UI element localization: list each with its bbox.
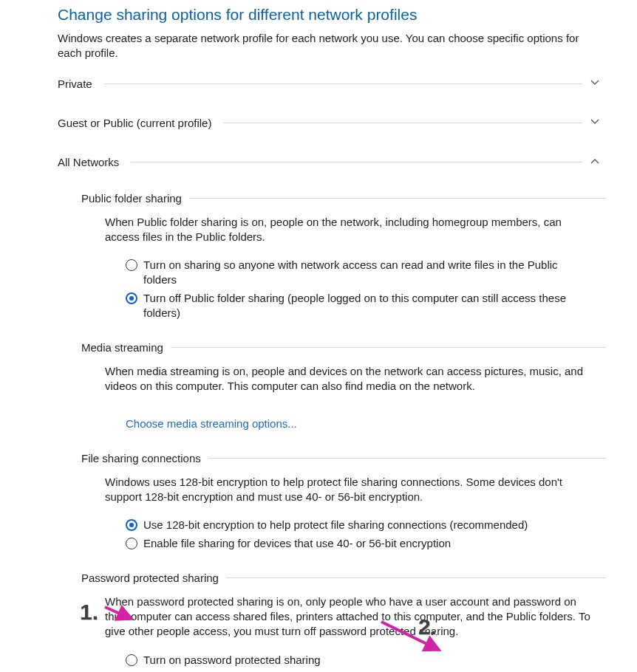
page-description: Windows creates a separate network profi… [58, 24, 637, 75]
divider [189, 198, 606, 199]
profile-private-label: Private [58, 78, 92, 90]
profile-guest-label: Guest or Public (current profile) [58, 117, 211, 129]
radio-label: Turn on sharing so anyone with network a… [143, 258, 593, 288]
radio-public-on[interactable]: Turn on sharing so anyone with network a… [126, 258, 593, 288]
profile-guest-public[interactable]: Guest or Public (current profile) [58, 114, 600, 132]
chevron-down-icon [590, 117, 600, 129]
section-desc: Windows uses 128-bit encryption to help … [105, 475, 593, 505]
section-title: File sharing connections [81, 452, 201, 464]
section-public-folder-sharing: Public folder sharing When Public folder… [81, 192, 637, 321]
section-title: Media streaming [81, 341, 163, 354]
section-password-sharing: Password protected sharing When password… [81, 572, 637, 672]
radio-public-off[interactable]: Turn off Public folder sharing (people l… [126, 291, 593, 321]
radio-icon [126, 654, 137, 666]
chevron-up-icon [590, 156, 600, 168]
radio-icon [126, 259, 137, 271]
section-media-streaming: Media streaming When media streaming is … [81, 341, 637, 431]
radio-label: Turn off Public folder sharing (people l… [143, 291, 593, 321]
section-desc: When media streaming is on, people and d… [105, 364, 593, 394]
profile-all-label: All Networks [58, 156, 119, 168]
radio-password-on[interactable]: Turn on password protected sharing [126, 653, 593, 668]
link-media-options[interactable]: Choose media streaming options... [126, 417, 297, 430]
radio-icon [126, 292, 137, 304]
divider [171, 347, 606, 348]
profile-private[interactable]: Private [58, 75, 600, 93]
section-title: Public folder sharing [81, 192, 182, 205]
section-desc: When password protected sharing is on, o… [105, 594, 593, 640]
radio-label: Turn on password protected sharing [143, 653, 593, 668]
radio-icon [126, 519, 137, 531]
chevron-down-icon [590, 78, 600, 90]
divider [104, 83, 582, 84]
radio-icon [126, 538, 137, 549]
section-title: Password protected sharing [81, 572, 219, 584]
radio-label: Use 128-bit encryption to help protect f… [143, 518, 593, 532]
section-file-sharing: File sharing connections Windows uses 12… [81, 452, 637, 551]
divider [208, 458, 606, 459]
radio-40-56bit[interactable]: Enable file sharing for devices that use… [126, 536, 593, 551]
profile-all-networks[interactable]: All Networks [58, 153, 600, 171]
section-desc: When Public folder sharing is on, people… [105, 215, 593, 245]
divider [131, 162, 582, 162]
divider [226, 577, 606, 578]
divider [223, 123, 582, 123]
page-title: Change sharing options for different net… [58, 0, 637, 24]
radio-label: Enable file sharing for devices that use… [143, 536, 593, 551]
radio-128bit[interactable]: Use 128-bit encryption to help protect f… [126, 518, 593, 532]
